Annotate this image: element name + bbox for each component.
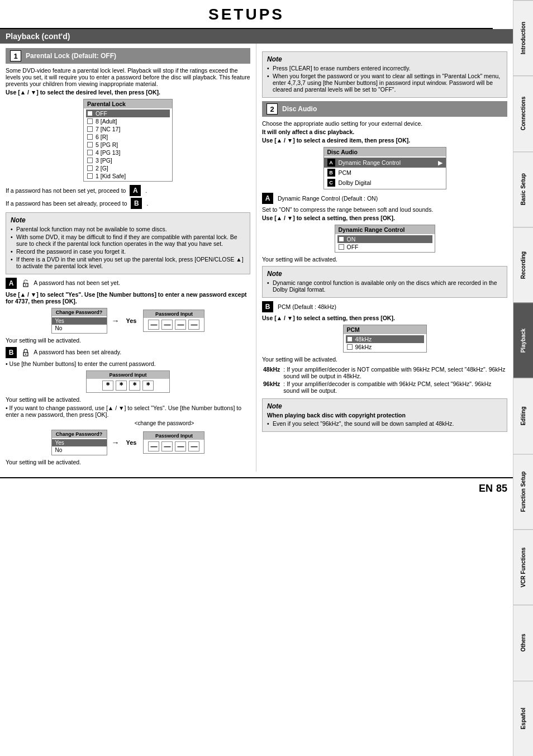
sidebar-tab-connections[interactable]: Connections	[513, 75, 533, 151]
change-pw-box-b: Change Password? Yes No	[51, 430, 107, 455]
pw-cell-b-4: —	[188, 441, 199, 451]
svg-point-3	[25, 354, 26, 355]
pw-cell-b-2: —	[161, 441, 173, 451]
right-sidebar: Introduction Connections Basic Setup Rec…	[513, 0, 533, 756]
pcm-item-48[interactable]: 48kHz	[346, 335, 424, 343]
change-label: <change the password>	[78, 420, 250, 426]
pw-input-box-b: Password Input — — — —	[143, 431, 204, 454]
drc-checkbox-on	[339, 236, 344, 242]
note1-list: Parental lock function may not be availa…	[11, 226, 245, 269]
badge-b-inline: B	[131, 198, 142, 209]
main-content: SETUPS Playback (cont'd) 1 Parental Lock…	[0, 0, 513, 499]
change-pw-no-b[interactable]: No	[52, 446, 107, 454]
change-pw-no-a[interactable]: No	[52, 325, 107, 332]
note-top-title: Note	[267, 55, 502, 63]
note-top-list: Press [CLEAR] to erase numbers entered i…	[267, 65, 502, 93]
section-header: Playback (cont'd)	[0, 29, 513, 44]
pw-asterisk-header: Password Input	[87, 371, 169, 379]
disc-audio-label-b: PCM	[339, 169, 351, 176]
section-a-row: A A password has not been set yet.	[6, 278, 250, 289]
alpha-badge-a: A	[6, 278, 17, 289]
note-box-top: Note Press [CLEAR] to erase numbers ente…	[262, 51, 507, 98]
sidebar-tab-vcr-functions[interactable]: VCR Functions	[513, 529, 533, 605]
sidebar-tab-others[interactable]: Others	[513, 605, 533, 680]
section-b2-text: PCM (Default : 48kHz)	[278, 303, 336, 310]
note2-title: Note	[267, 270, 502, 278]
drc-checkbox-off	[339, 244, 344, 250]
pw-input-header-a: Password Input	[144, 310, 204, 318]
sidebar-tab-editing[interactable]: Editing	[513, 378, 533, 453]
change-pw-yes-a[interactable]: Yes	[52, 317, 107, 325]
parental-lock-checkbox-2	[87, 165, 93, 171]
disc-audio-item-c[interactable]: C Dolby Digital	[324, 178, 446, 188]
parental-lock-item-6[interactable]: 6 [R]	[86, 133, 170, 141]
sidebar-tab-espanol[interactable]: Español	[513, 681, 533, 756]
note3-title: Note	[267, 402, 502, 410]
section-b2-instruction: Use [▲ / ▼] to select a setting, then pr…	[262, 315, 507, 321]
pcm-descriptions: 48kHz : If your amplifier/decoder is NOT…	[262, 365, 507, 395]
disc-audio-item-a[interactable]: A Dynamic Range Control ▶	[324, 158, 446, 168]
section1-number: 1	[10, 50, 21, 61]
disc-audio-item-b[interactable]: B PCM	[324, 168, 446, 178]
note2-item1: Dynamic range control function is availa…	[267, 279, 502, 293]
section-b-instruction2: • If you want to change password, use [▲…	[6, 405, 250, 418]
parental-lock-item-8[interactable]: 8 [Adult]	[86, 117, 170, 125]
badge-a-inline: A	[130, 185, 141, 196]
note3-item1: Even if you select "96kHz", the sound wi…	[267, 420, 502, 427]
section-b2-row: B PCM (Default : 48kHz)	[262, 301, 507, 312]
parental-lock-checkbox-7	[87, 126, 93, 132]
pw-input-cells-a: — — — —	[144, 318, 204, 331]
sidebar-tab-playback[interactable]: Playback	[513, 302, 533, 378]
parental-lock-item-3[interactable]: 3 [PG]	[86, 156, 170, 164]
drc-item-on[interactable]: ON	[337, 235, 432, 243]
parental-lock-item-5[interactable]: 5 [PG R]	[86, 141, 170, 149]
parental-lock-checkbox-1	[87, 173, 93, 179]
disc-audio-arrow-a: ▶	[438, 159, 442, 166]
parental-lock-checkbox-3	[87, 158, 93, 163]
parental-lock-item-4[interactable]: 4 [PG 13]	[86, 149, 170, 156]
parental-lock-menu: Parental Lock OFF 8 [Adult] 7 [NC 17]	[83, 99, 173, 182]
pw-asterisk-4: ＊	[142, 381, 154, 391]
parental-lock-item-7[interactable]: 7 [NC 17]	[86, 125, 170, 133]
pcm-body: 48kHz 96kHz	[344, 334, 426, 352]
alpha-badge-b: B	[6, 347, 17, 358]
pw-asterisk-1: ＊	[102, 381, 113, 391]
parental-lock-checkbox-6	[87, 134, 93, 140]
sidebar-tab-basic-setup[interactable]: Basic Setup	[513, 151, 533, 227]
section-b2-activated: Your setting will be activated.	[262, 356, 507, 363]
sidebar-tab-function-setup[interactable]: Function Setup	[513, 454, 533, 529]
section2-instruction: Use [▲ / ▼] to select a desired item, th…	[262, 137, 507, 144]
note3-list: Even if you select "96kHz", the sound wi…	[267, 420, 502, 427]
parental-lock-checkbox-off	[87, 111, 93, 116]
section-a-activated: Your setting will be activated.	[6, 337, 250, 344]
change-pw-yes-b[interactable]: Yes	[52, 439, 107, 446]
note1-item1: Parental lock function may not be availa…	[11, 226, 245, 232]
pcm-item-96[interactable]: 96kHz	[346, 343, 424, 351]
note-box-3: Note When playing back disc with copyrig…	[262, 398, 507, 432]
pw-cell-a-4: —	[188, 320, 199, 330]
section-a2-activated: Your setting will be activated.	[262, 256, 507, 263]
parental-lock-item-2[interactable]: 2 [G]	[86, 164, 170, 172]
pw-input-cells-b: — — — —	[144, 440, 204, 453]
pcm-checkbox-48	[347, 336, 353, 342]
pcm-menu: PCM 48kHz 96kHz	[343, 325, 427, 353]
pw-input-box-a: Password Input — — — —	[143, 310, 204, 332]
pcm-48khz-row: 48kHz : If your amplifier/decoder is NOT…	[263, 366, 506, 379]
disc-audio-badge-c: C	[327, 179, 335, 187]
section-a2-description: Set to "ON" to compress the range betwee…	[262, 206, 507, 213]
sidebar-tab-introduction[interactable]: Introduction	[513, 0, 533, 75]
sidebar-tab-recording[interactable]: Recording	[513, 227, 533, 302]
section1-intro: Some DVD-video feature a parental lock l…	[6, 67, 250, 87]
pcm-96khz-text: : If your amplifier/decoder is compatibl…	[283, 381, 506, 394]
parental-lock-item-off[interactable]: OFF	[86, 110, 170, 117]
note1-item3: Record the password in case you forget i…	[11, 248, 245, 255]
parental-lock-item-1[interactable]: 1 [Kid Safe]	[86, 172, 170, 180]
note1-item2: With some DVD, it may be difficult to fi…	[11, 234, 245, 247]
drc-item-off[interactable]: OFF	[337, 243, 432, 251]
section2-number: 2	[266, 103, 278, 115]
change-pw-body-a: Yes No	[52, 316, 107, 333]
drc-title: Dynamic Range Control	[335, 225, 435, 234]
pw-cell-b-3: —	[175, 441, 186, 451]
pw-asterisk-box: Password Input ＊ ＊ ＊ ＊	[86, 370, 170, 393]
drc-body: ON OFF	[335, 234, 435, 252]
